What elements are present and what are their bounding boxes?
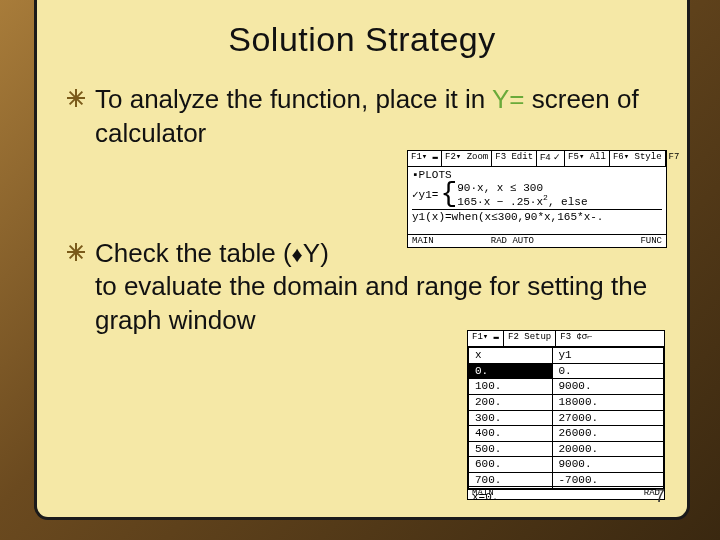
calc1-piecewise-line1: 90·x, x ≤ 300 xyxy=(457,182,587,194)
table-row: 200.18000. xyxy=(469,394,664,410)
calc1-menu-f2: F2▾ Zoom xyxy=(442,151,492,166)
calc2-menu-f2: F2 Setup xyxy=(504,331,556,346)
calc1-menu-f7: F7 xyxy=(666,151,683,166)
bullet-1-text: To analyze the function, place it in Y= … xyxy=(95,83,657,151)
calc2-menu-bar: F1▾ ▬ F2 Setup F3 ¢σ⌐ xyxy=(468,331,664,347)
table-cell-y1: 27000. xyxy=(552,410,664,426)
diamond-key-icon: ♦ xyxy=(292,242,303,267)
table-header-row: x y1 xyxy=(469,348,664,364)
calc1-menu-f6: F6▾ Style xyxy=(610,151,666,166)
table-cell-x: 500. xyxy=(469,441,553,457)
calc1-menu-f1: F1▾ ▬ xyxy=(408,151,442,166)
bullet-2: Check the table (♦Y) to evaluate the dom… xyxy=(67,237,657,338)
calc1-status-right: FUNC xyxy=(636,235,666,247)
calc1-y1-definition: ✓y1={ 90·x, x ≤ 300 165·x − .25·x2, else xyxy=(412,182,662,208)
table-cell-y1: 9000. xyxy=(552,457,664,473)
bullet-2-pre: Check the table ( xyxy=(95,238,292,268)
table-cell-y1: 20000. xyxy=(552,441,664,457)
bullet-2-post: to evaluate the domain and range for set… xyxy=(95,271,647,335)
calc2-status-left: MAIN xyxy=(468,487,498,499)
table-cell-x: 100. xyxy=(469,379,553,395)
bullet-2-y: Y) xyxy=(303,238,329,268)
calc1-piecewise-line2: 165·x − .25·x2, else xyxy=(457,194,587,208)
table-cell-y1: 26000. xyxy=(552,426,664,442)
bullet-2-text: Check the table (♦Y) to evaluate the dom… xyxy=(95,237,657,338)
table-cell-x: 0. xyxy=(469,363,553,379)
calc1-status-mid: RAD AUTO xyxy=(487,235,538,247)
table-row: 0.0. xyxy=(469,363,664,379)
bullet-1-pre: To analyze the function, place it in xyxy=(95,84,492,114)
slide-panel: Solution Strategy To analyze the functio… xyxy=(34,0,690,520)
table-row: 100.9000. xyxy=(469,379,664,395)
slide-title: Solution Strategy xyxy=(67,20,657,59)
table-cell-y1: 9000. xyxy=(552,379,664,395)
calc1-entry-line: y1(x)=when(x≤300,90*x,165*x-. xyxy=(412,209,662,224)
table-cell-x: 400. xyxy=(469,426,553,442)
calc1-y1-label: ✓y1= xyxy=(412,188,438,200)
calc1-status-left: MAIN xyxy=(408,235,438,247)
calc2-status-bar: MAIN RAD xyxy=(468,486,664,499)
bullet-1: To analyze the function, place it in Y= … xyxy=(67,83,657,151)
y-equals-highlight: Y= xyxy=(492,84,525,114)
calc1-menu-bar: F1▾ ▬ F2▾ Zoom F3 Edit F4 ✓ F5▾ All F6▾ … xyxy=(408,151,666,167)
table-row: 400.26000. xyxy=(469,426,664,442)
calc2-menu-f3: F3 ¢σ⌐ xyxy=(556,331,596,346)
calc2-menu-f1: F1▾ ▬ xyxy=(468,331,504,346)
calc2-table: x y1 0.0. 100.9000. 200.18000. 300.27000… xyxy=(468,347,664,489)
table-header-y1: y1 xyxy=(552,348,664,364)
calc1-menu-f4: F4 ✓ xyxy=(537,151,565,166)
left-brace-icon: { xyxy=(440,186,457,203)
table-row: 500.20000. xyxy=(469,441,664,457)
table-row: 300.27000. xyxy=(469,410,664,426)
table-cell-x: 200. xyxy=(469,394,553,410)
compass-star-icon xyxy=(67,89,85,107)
table-cell-x: 600. xyxy=(469,457,553,473)
calculator-screenshot-y-editor: F1▾ ▬ F2▾ Zoom F3 Edit F4 ✓ F5▾ All F6▾ … xyxy=(407,150,667,248)
table-cell-y1: 18000. xyxy=(552,394,664,410)
table-cell-x: 300. xyxy=(469,410,553,426)
calc1-menu-f5: F5▾ All xyxy=(565,151,610,166)
table-row: 600.9000. xyxy=(469,457,664,473)
calc1-body: ▪PLOTS ✓y1={ 90·x, x ≤ 300 165·x − .25·x… xyxy=(408,167,666,226)
calculator-screenshot-table: F1▾ ▬ F2 Setup F3 ¢σ⌐ x y1 0.0. 100.9000… xyxy=(467,330,665,500)
table-cell-y1: 0. xyxy=(552,363,664,379)
calc1-piecewise: 90·x, x ≤ 300 165·x − .25·x2, else xyxy=(457,182,587,208)
compass-star-icon xyxy=(67,243,85,261)
page-number: 7 xyxy=(655,486,665,507)
calc1-menu-f3: F3 Edit xyxy=(492,151,537,166)
table-header-x: x xyxy=(469,348,553,364)
calc1-status-bar: MAIN RAD AUTO FUNC xyxy=(408,234,666,247)
